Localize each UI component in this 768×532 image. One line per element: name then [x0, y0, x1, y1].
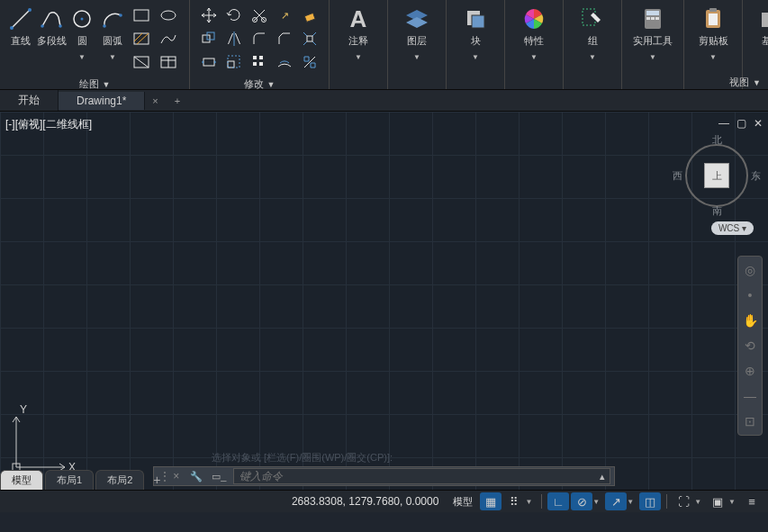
wcs-badge[interactable]: WCS ▾: [711, 221, 754, 235]
annotation-button[interactable]: A 注释 ▼: [335, 4, 382, 61]
circle-button[interactable]: 圆 ▼: [67, 4, 97, 76]
showmotion-button[interactable]: ⊕: [742, 363, 758, 379]
viewcube[interactable]: 上 北 南 东 西: [676, 135, 757, 216]
fillet-button[interactable]: [248, 29, 271, 49]
layers-icon: [405, 7, 429, 31]
table-button[interactable]: [157, 52, 180, 72]
minimize-button[interactable]: —: [718, 117, 729, 130]
chevron-down-icon: ▼: [472, 53, 479, 61]
rectangle-button[interactable]: [130, 5, 153, 25]
circle-icon: [70, 7, 94, 31]
offset-button[interactable]: [273, 52, 296, 72]
mirror-button[interactable]: [222, 29, 246, 49]
svg-line-49: [16, 417, 20, 422]
layout-tab-2[interactable]: 布局2: [95, 470, 144, 490]
chevron-down-icon: ▼: [589, 53, 596, 61]
workspace-toggle[interactable]: ▣: [707, 492, 728, 510]
command-input[interactable]: [233, 468, 610, 484]
polyline-icon: [40, 7, 63, 31]
modify-panel: ↗ 修改▼: [190, 0, 330, 89]
ellipse-button[interactable]: [157, 5, 180, 25]
trim-button[interactable]: [248, 5, 271, 25]
chevron-down-icon: ▼: [109, 53, 116, 61]
properties-button[interactable]: 特性 ▼: [510, 4, 557, 61]
rotate-button[interactable]: [222, 5, 246, 25]
layers-button[interactable]: 图层 ▼: [393, 4, 440, 61]
copy-button[interactable]: [197, 29, 221, 49]
coordinates-readout[interactable]: 2683.8308, 1279.7680, 0.0000: [283, 495, 448, 508]
tab-start[interactable]: 开始: [0, 90, 59, 111]
status-model[interactable]: 模型: [447, 495, 478, 509]
spline-button[interactable]: [157, 29, 180, 49]
osnap-toggle[interactable]: ↗: [605, 492, 627, 510]
scale-button[interactable]: [222, 52, 246, 72]
region-button[interactable]: [130, 52, 153, 72]
svg-rect-40: [646, 17, 650, 20]
circle-label: 圆: [77, 34, 87, 48]
polar-toggle[interactable]: ⊘: [571, 492, 592, 510]
arc-icon: [101, 7, 124, 31]
group-panel: 组 ▼: [564, 0, 622, 89]
layout-add-button[interactable]: +: [146, 473, 167, 487]
clipboard-button[interactable]: 剪贴板 ▼: [690, 4, 736, 61]
modify-panel-title[interactable]: 修改▼: [244, 76, 276, 93]
tab-close-button[interactable]: ×: [145, 95, 165, 106]
svg-rect-42: [655, 17, 659, 20]
viewcube-top[interactable]: 上: [704, 163, 729, 188]
arc-button[interactable]: 圆弧 ▼: [97, 4, 128, 76]
array-button[interactable]: [248, 52, 271, 72]
view-panel-title[interactable]: 视图▼: [729, 74, 761, 91]
line-button[interactable]: 直线: [5, 4, 36, 76]
tab-add-button[interactable]: +: [166, 95, 189, 106]
annoscale-toggle[interactable]: ⛶: [673, 492, 694, 510]
orbit-button[interactable]: ⟲: [742, 338, 758, 354]
ucs-icon: Y X: [9, 402, 81, 477]
ortho-toggle[interactable]: ∟: [547, 492, 569, 510]
tab-drawing[interactable]: Drawing1*: [59, 92, 145, 110]
basepoint-button[interactable]: 基点 ▼: [748, 4, 768, 61]
grid-toggle[interactable]: ▦: [480, 492, 501, 510]
svg-rect-41: [651, 17, 655, 20]
svg-rect-9: [134, 10, 149, 21]
polyline-button[interactable]: 多段线: [36, 4, 67, 76]
color-wheel-icon: [522, 7, 546, 31]
utilities-button[interactable]: 实用工具 ▼: [628, 4, 678, 61]
draw-panel-title[interactable]: 绘图▼: [79, 76, 111, 93]
customize-button[interactable]: ≡: [741, 492, 763, 510]
commandline-history-button[interactable]: ▴: [594, 471, 610, 482]
block-button[interactable]: 块 ▼: [452, 4, 499, 61]
calculator-icon: [641, 7, 664, 31]
svg-point-6: [81, 18, 84, 21]
maximize-button[interactable]: ▢: [736, 117, 746, 130]
svg-rect-31: [253, 62, 257, 66]
erase-button[interactable]: [298, 5, 321, 25]
text-icon: A: [347, 7, 370, 31]
snap-toggle[interactable]: ⠿: [503, 492, 525, 510]
group-button[interactable]: 组 ▼: [569, 4, 616, 61]
fullnav-button[interactable]: ◎: [742, 262, 758, 278]
view-panel: 基点 ▼ 视图▼: [743, 0, 768, 89]
svg-rect-39: [646, 11, 659, 15]
svg-rect-26: [203, 59, 214, 66]
move-button[interactable]: [197, 5, 221, 25]
otrack-toggle[interactable]: ◫: [639, 492, 661, 510]
nav-more-button[interactable]: ⊡: [742, 413, 758, 429]
svg-point-1: [10, 26, 14, 30]
layout-tab-1[interactable]: 布局1: [45, 470, 94, 490]
align-button[interactable]: [298, 52, 321, 72]
hatch-button[interactable]: [130, 29, 153, 49]
svg-line-33: [304, 57, 315, 68]
close-button[interactable]: ✕: [754, 117, 763, 130]
viewport-label[interactable]: [-][俯视][二维线框]: [5, 117, 92, 132]
stretch-button[interactable]: [197, 52, 221, 72]
ribbon: 直线 多段线 圆 ▼ 圆弧 ▼: [0, 0, 768, 90]
svg-rect-30: [259, 56, 263, 59]
drawing-canvas[interactable]: [-][俯视][二维线框] — ▢ ✕ 上 北 南 东 西 WCS ▾ ◎ • …: [0, 112, 768, 490]
commandline-settings[interactable]: 🔧: [185, 471, 208, 482]
layout-tab-model[interactable]: 模型: [0, 470, 43, 490]
extend-button[interactable]: ↗: [273, 5, 296, 25]
explode-button[interactable]: [298, 29, 321, 49]
chamfer-button[interactable]: [273, 29, 296, 49]
pan-button[interactable]: ✋: [742, 312, 758, 329]
zoom-button[interactable]: •: [742, 287, 758, 303]
